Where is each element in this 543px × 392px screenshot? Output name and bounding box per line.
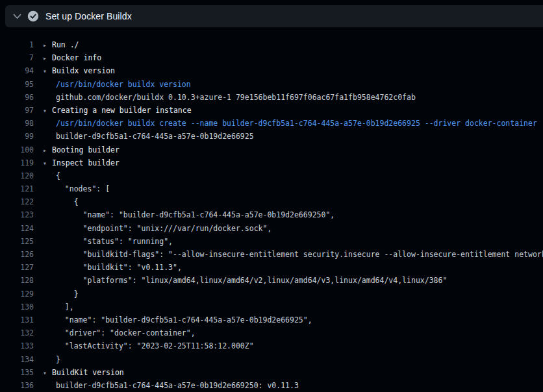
log-line: 125 "status": "running",	[0, 235, 543, 248]
log-output-text: }	[34, 288, 79, 300]
log-line: 133 "lastActivity": "2023-02-25T11:58:12…	[0, 339, 543, 352]
log-group-header[interactable]: ▸Booting builder	[34, 143, 120, 156]
chevron-down-icon: ▾	[43, 367, 52, 380]
log-output-text: "driver": "docker-container",	[34, 326, 196, 339]
log-group-header[interactable]: ▾Inspect builder	[34, 156, 120, 169]
log-line: 122 {	[0, 195, 543, 208]
log-line: 131 "name": "builder-d9cfb5a1-c764-445a-…	[0, 313, 543, 326]
line-number[interactable]: 99	[0, 130, 34, 143]
line-number[interactable]: 132	[0, 326, 34, 339]
step-header[interactable]: Set up Docker Buildx	[5, 5, 543, 27]
line-number[interactable]: 119	[0, 156, 34, 169]
check-circle-icon	[27, 10, 39, 22]
line-number[interactable]: 135	[0, 366, 34, 379]
log-output-text: {	[34, 169, 60, 182]
log-line: 135▾BuildKit version	[0, 366, 543, 379]
log-group-header[interactable]: ▾Buildx version	[34, 64, 115, 77]
line-number[interactable]: 121	[0, 182, 34, 195]
log-line: 132 "driver": "docker-container",	[0, 326, 543, 339]
log-output-text: ],	[34, 300, 74, 313]
log-line: 128 "platforms": "linux/amd64,linux/amd6…	[0, 274, 543, 287]
log-output-text: }	[34, 353, 60, 366]
chevron-down-icon: ▾	[43, 104, 52, 117]
log-group-title: Booting builder	[52, 145, 120, 154]
log-command-text: /usr/bin/docker buildx version	[34, 78, 191, 91]
line-number[interactable]: 127	[0, 261, 34, 274]
log-line: 129 }	[0, 288, 543, 300]
chevron-down-icon	[12, 12, 21, 21]
line-number[interactable]: 130	[0, 300, 34, 313]
log-line: 120{	[0, 169, 543, 182]
log-group-title: Buildx version	[52, 66, 115, 75]
log-group-header[interactable]: ▾BuildKit version	[34, 366, 124, 379]
log-viewer: 1▸Run ./7▸Docker info94▾Buildx version95…	[0, 38, 543, 392]
log-line: 94▾Buildx version	[0, 64, 543, 77]
log-line: 121 "nodes": [	[0, 182, 543, 195]
log-output-text: builder-d9cfb5a1-c764-445a-a57e-0b19d2e6…	[34, 130, 254, 143]
log-output-text: "endpoint": "unix:///var/run/docker.sock…	[34, 222, 272, 235]
step-title: Set up Docker Buildx	[45, 11, 132, 21]
line-number[interactable]: 134	[0, 353, 34, 366]
log-output-text: "buildkit": "v0.11.3",	[34, 261, 182, 274]
line-number[interactable]: 129	[0, 288, 34, 300]
log-output-text: "status": "running",	[34, 235, 173, 248]
log-line: 97▾Creating a new builder instance	[0, 104, 543, 117]
line-number[interactable]: 1	[0, 38, 34, 51]
log-line: 99builder-d9cfb5a1-c764-445a-a57e-0b19d2…	[0, 130, 543, 143]
log-line: 123 "name": "builder-d9cfb5a1-c764-445a-…	[0, 208, 543, 221]
line-number[interactable]: 128	[0, 274, 34, 287]
line-number[interactable]: 131	[0, 313, 34, 326]
line-number[interactable]: 123	[0, 208, 34, 221]
line-number[interactable]: 96	[0, 91, 34, 104]
log-output-text: github.com/docker/buildx 0.10.3+azure-1 …	[34, 91, 416, 104]
log-group-header[interactable]: ▸Run ./	[34, 38, 79, 51]
log-group-title: Run ./	[52, 40, 79, 49]
log-line: 136builder-d9cfb5a1-c764-445a-a57e-0b19d…	[0, 379, 543, 392]
log-line: 124 "endpoint": "unix:///var/run/docker.…	[0, 222, 543, 235]
log-output-text: "buildkitd-flags": "--allow-insecure-ent…	[34, 248, 543, 261]
log-line: 100▸Booting builder	[0, 143, 543, 156]
log-output-text: "platforms": "linux/amd64,linux/amd64/v2…	[34, 274, 447, 287]
line-number[interactable]: 7	[0, 51, 34, 64]
log-group-title: Creating a new builder instance	[52, 106, 192, 115]
line-number[interactable]: 98	[0, 117, 34, 130]
log-output-text: {	[34, 195, 79, 208]
line-number[interactable]: 95	[0, 78, 34, 91]
log-group-title: BuildKit version	[52, 368, 124, 377]
log-line: 95/usr/bin/docker buildx version	[0, 78, 543, 91]
log-output-text: builder-d9cfb5a1-c764-445a-a57e-0b19d2e6…	[34, 379, 299, 392]
line-number[interactable]: 124	[0, 222, 34, 235]
chevron-right-icon: ▸	[43, 52, 52, 65]
log-line: 98/usr/bin/docker buildx create --name b…	[0, 117, 543, 130]
chevron-right-icon: ▸	[43, 39, 52, 52]
log-line: 1▸Run ./	[0, 38, 543, 51]
log-line: 7▸Docker info	[0, 51, 543, 64]
log-line: 126 "buildkitd-flags": "--allow-insecure…	[0, 248, 543, 261]
line-number[interactable]: 122	[0, 195, 34, 208]
log-line: 134}	[0, 353, 543, 366]
chevron-down-icon: ▾	[43, 65, 52, 78]
line-number[interactable]: 97	[0, 104, 34, 117]
log-output-text: "name": "builder-d9cfb5a1-c764-445a-a57e…	[34, 313, 312, 326]
line-number[interactable]: 136	[0, 379, 34, 392]
log-output-text: "name": "builder-d9cfb5a1-c764-445a-a57e…	[34, 208, 335, 221]
log-group-header[interactable]: ▾Creating a new builder instance	[34, 104, 192, 117]
log-line: 119▾Inspect builder	[0, 156, 543, 169]
line-number[interactable]: 126	[0, 248, 34, 261]
chevron-down-icon: ▾	[43, 157, 52, 170]
line-number[interactable]: 120	[0, 169, 34, 182]
log-group-title: Inspect builder	[52, 158, 120, 167]
log-output-text: "lastActivity": "2023-02-25T11:58:12.000…	[34, 339, 254, 352]
line-number[interactable]: 125	[0, 235, 34, 248]
log-line: 127 "buildkit": "v0.11.3",	[0, 261, 543, 274]
log-output-text: "nodes": [	[34, 182, 110, 195]
log-group-title: Docker info	[52, 53, 101, 62]
log-command-text: /usr/bin/docker buildx create --name bui…	[34, 117, 537, 130]
chevron-right-icon: ▸	[43, 144, 52, 157]
line-number[interactable]: 133	[0, 339, 34, 352]
log-line: 130 ],	[0, 300, 543, 313]
log-group-header[interactable]: ▸Docker info	[34, 51, 101, 64]
log-line: 96github.com/docker/buildx 0.10.3+azure-…	[0, 91, 543, 104]
line-number[interactable]: 94	[0, 64, 34, 77]
line-number[interactable]: 100	[0, 143, 34, 156]
